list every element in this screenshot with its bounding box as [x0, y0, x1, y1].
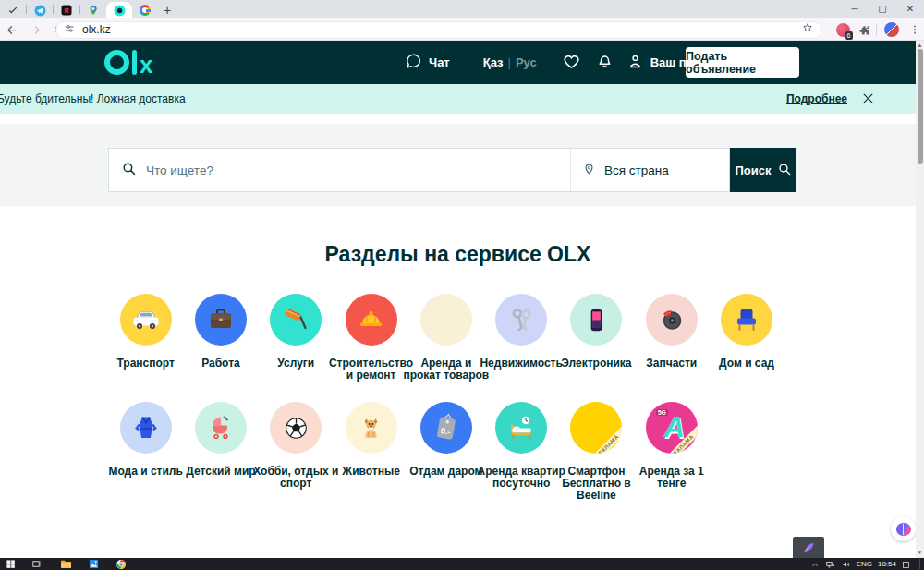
volume-icon[interactable] [841, 556, 851, 570]
category-item[interactable]: Недвижимость [483, 294, 558, 382]
file-explorer-icon[interactable] [55, 558, 76, 570]
category-item[interactable]: Электроника [559, 294, 634, 382]
feather-widget-button[interactable] [793, 537, 824, 558]
category-item[interactable]: Строительство и ремонт [334, 294, 408, 382]
category-item[interactable]: Мода и стиль [108, 402, 183, 503]
category-item[interactable]: Запчасти [634, 294, 709, 382]
taskbar: ENG 18:54 [0, 558, 924, 570]
soccer-ball-icon [270, 402, 322, 454]
category-item[interactable]: Работа [183, 294, 258, 382]
ad-ribbon: РЕКЛАМА [585, 424, 622, 454]
svg-text:0.-: 0.- [440, 426, 451, 437]
chat-link[interactable]: Чат [405, 53, 450, 73]
start-button[interactable] [0, 558, 20, 570]
profile-avatar[interactable] [882, 20, 901, 39]
banner-text: Будьте бдительны! Ложная доставка [0, 92, 186, 105]
heart-icon [562, 52, 581, 74]
location-input[interactable] [602, 163, 729, 178]
olx-logo-o [104, 50, 129, 75]
lang-rus[interactable]: Рус [516, 55, 537, 69]
photos-app-icon[interactable] [83, 558, 103, 570]
lang-kaz[interactable]: Қаз [483, 55, 504, 69]
scroll-down-icon[interactable]: ▼ [916, 549, 924, 557]
extensions-puzzle-icon[interactable] [855, 20, 873, 39]
category-item[interactable]: Животные [334, 402, 408, 503]
bookmark-star-icon[interactable] [801, 21, 814, 38]
location-pin-icon [582, 162, 596, 179]
chrome-app-icon[interactable] [111, 558, 131, 570]
category-item[interactable]: Транспорт [108, 294, 183, 382]
language-switcher[interactable]: Қаз | Рус [483, 55, 537, 69]
google-maps-icon [88, 5, 99, 16]
lang-separator: | [508, 55, 511, 69]
browser-tab-telegram[interactable] [27, 2, 53, 18]
system-tray: ENG 18:54 [810, 558, 920, 570]
category-item[interactable]: Услуги [259, 294, 334, 382]
bed-clock-icon [495, 402, 547, 454]
banner-details-link[interactable]: Подробнее [786, 92, 847, 105]
browser-menu-icon[interactable] [906, 20, 924, 39]
category-item[interactable]: Хобби, отдых и спорт [259, 402, 334, 503]
category-item[interactable]: 5GAРЕКЛАМААренда за 1 тенге [634, 402, 709, 503]
favorites-button[interactable] [562, 52, 581, 74]
page-scrollbar[interactable]: ▲ ▼ [916, 41, 924, 558]
post-ad-button[interactable]: Подать объявление [686, 47, 799, 78]
beeline-icon: РЕКЛАМА [570, 402, 622, 454]
keyboard-language[interactable]: ENG [857, 560, 872, 568]
svg-text:R: R [64, 7, 68, 14]
banner-close-icon[interactable] [861, 91, 875, 109]
new-tab-button[interactable]: + [158, 2, 176, 18]
telegram-icon [34, 5, 46, 17]
category-item[interactable]: Аренда и прокат товаров [408, 294, 483, 382]
category-item[interactable]: Детский мир [183, 402, 258, 503]
briefcase-icon [195, 294, 247, 346]
category-item[interactable]: Дом и сад [709, 294, 784, 382]
toolbar-divider [876, 24, 877, 35]
paint-roller-icon [270, 294, 322, 346]
bell-icon [596, 52, 614, 73]
browser-tab-google-maps[interactable] [80, 2, 106, 18]
site-settings-icon[interactable] [64, 21, 75, 38]
network-icon[interactable] [825, 556, 835, 570]
extension-button[interactable]: 6 [833, 20, 852, 39]
tray-chevron-icon[interactable] [810, 556, 820, 570]
search-input[interactable] [144, 163, 570, 178]
notifications-button[interactable] [596, 52, 614, 73]
search-submit-button[interactable]: Поиск [730, 148, 796, 192]
olx-logo[interactable]: x [104, 50, 152, 75]
window-controls: ─ ▢ ✕ [841, 0, 924, 18]
5g-badge: 5G [656, 409, 668, 416]
category-item[interactable]: 0.-Отдам даром [408, 402, 483, 503]
category-label: Аренда за 1 тенге [627, 466, 716, 490]
action-center-icon[interactable] [902, 556, 910, 570]
window-close-button[interactable]: ✕ [896, 0, 924, 18]
window-minimize-button[interactable]: ─ [841, 0, 869, 18]
url-text: olx.kz [82, 23, 801, 36]
category-item[interactable]: Аренда квартир посуточно [483, 402, 558, 503]
browser-tab-olx[interactable] [106, 2, 132, 18]
category-item[interactable]: РЕКЛАМАСмартфон Бесплатно в Beeline [559, 402, 634, 503]
task-view-button[interactable] [26, 558, 46, 570]
olx-header: x Чат Қаз | Рус [0, 41, 916, 84]
user-icon [626, 53, 644, 73]
header-nav: Чат Қаз | Рус Ваш профиль [405, 41, 916, 84]
forward-icon[interactable] [26, 20, 44, 39]
assistant-widget-button[interactable] [891, 516, 916, 541]
browser-tab-checkmark[interactable] [0, 2, 26, 18]
arenda-letter: A [664, 411, 685, 444]
show-desktop-button[interactable] [919, 559, 920, 569]
extension-badge: 6 [845, 31, 853, 40]
browser-tab-r-app[interactable]: R [54, 2, 79, 18]
search-field[interactable] [108, 148, 570, 192]
window-maximize-button[interactable]: ▢ [869, 0, 896, 18]
chair-icon [721, 294, 772, 346]
address-bar[interactable]: olx.kz [55, 21, 822, 39]
search-section: Поиск [0, 124, 916, 206]
browser-tab-strip: R+ ─ ▢ ✕ [0, 0, 924, 18]
back-icon[interactable] [2, 20, 20, 39]
browser-tab-google[interactable] [132, 2, 158, 18]
olx-logo-x: x [140, 55, 152, 75]
scrollbar-thumb[interactable] [918, 49, 923, 164]
clock[interactable]: 18:54 [878, 560, 896, 568]
location-field[interactable] [570, 148, 730, 192]
